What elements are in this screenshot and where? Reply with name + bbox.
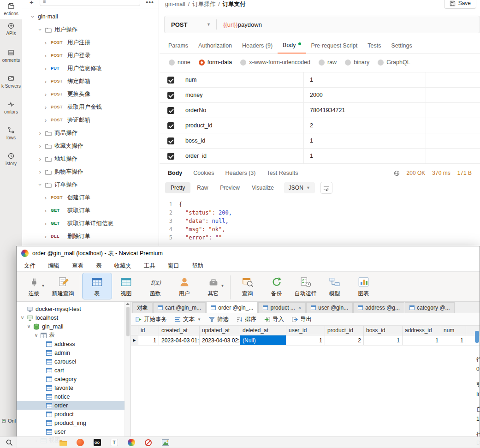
export-button[interactable]: 导出 bbox=[292, 316, 312, 323]
form-description[interactable] bbox=[426, 88, 480, 102]
toolbar-tables[interactable]: 表 bbox=[83, 273, 112, 299]
breadcrumb-folder[interactable]: 订单操作 bbox=[192, 0, 215, 8]
tab-objects[interactable]: 对象 bbox=[132, 302, 153, 313]
tab-pre-request-script[interactable]: Pre-request Script bbox=[306, 40, 363, 54]
format-select[interactable]: JSON▼ bbox=[284, 182, 315, 193]
form-key[interactable]: orderNo bbox=[182, 103, 304, 118]
form-row[interactable]: num1 bbox=[160, 72, 480, 88]
request-item[interactable]: ›POST创建订单 bbox=[22, 191, 159, 204]
menu-file[interactable]: 文件 bbox=[24, 262, 36, 270]
form-key[interactable]: num bbox=[182, 72, 304, 87]
text-view-button[interactable]: 文本▼ bbox=[175, 316, 201, 323]
table-item[interactable]: user bbox=[17, 427, 130, 436]
begin-transaction-button[interactable]: 开始事务 bbox=[136, 316, 167, 323]
form-row[interactable]: order_id1 bbox=[160, 149, 480, 164]
sidebar-item-environments[interactable]: onments bbox=[0, 49, 22, 63]
cell-created-at[interactable]: 2023-04-03 01: bbox=[159, 335, 200, 345]
checkbox-checked-icon[interactable] bbox=[167, 122, 174, 129]
t-app-icon[interactable]: T bbox=[110, 439, 118, 447]
folder-icon[interactable] bbox=[59, 439, 67, 447]
cell-user-id[interactable]: 1 bbox=[286, 335, 325, 345]
column-header[interactable]: boss_id bbox=[364, 326, 403, 335]
table-item[interactable]: address bbox=[17, 340, 130, 348]
toolbar-functions[interactable]: f(x) 函数 bbox=[141, 273, 170, 299]
checkbox-checked-icon[interactable] bbox=[167, 77, 174, 84]
checkbox-checked-icon[interactable] bbox=[167, 92, 174, 99]
form-value[interactable]: 1 bbox=[304, 149, 426, 163]
cell-num[interactable]: 1 bbox=[441, 335, 466, 345]
column-header[interactable]: deleted_at bbox=[240, 326, 286, 335]
table-item[interactable]: carousel bbox=[17, 357, 130, 366]
response-tab-test-results[interactable]: Test Results bbox=[267, 170, 298, 176]
request-item[interactable]: ›GET获取订单详细信息 bbox=[22, 217, 159, 230]
form-description[interactable] bbox=[426, 72, 480, 87]
cell-address-id[interactable]: 1 bbox=[403, 335, 441, 345]
toolbar-query[interactable]: 查询 bbox=[233, 273, 262, 299]
request-item[interactable]: ›POST用户登录 bbox=[22, 49, 159, 62]
column-header[interactable]: created_at bbox=[159, 326, 200, 335]
folder-item[interactable]: ›商品操作 bbox=[22, 126, 159, 139]
form-description[interactable] bbox=[426, 133, 480, 148]
form-value[interactable]: 78041934721 bbox=[304, 103, 426, 118]
checkbox-checked-icon[interactable] bbox=[167, 153, 174, 160]
database-item[interactable]: ∨gin_mall bbox=[17, 322, 130, 331]
grid-scrollbar-thumb[interactable] bbox=[475, 331, 479, 343]
wrap-lines-button[interactable] bbox=[320, 182, 332, 194]
cell-boss-id[interactable]: 1 bbox=[364, 335, 403, 345]
tab-user[interactable]: user @gin... bbox=[306, 302, 353, 313]
request-item[interactable]: ›PUT用户信息修改 bbox=[22, 62, 159, 75]
toolbar-users[interactable]: 用户 bbox=[170, 273, 199, 299]
go-app-icon[interactable]: GO bbox=[93, 439, 101, 447]
form-key[interactable]: money bbox=[182, 88, 304, 102]
column-header[interactable]: user_id bbox=[286, 326, 325, 335]
more-options-icon[interactable]: ••• bbox=[146, 0, 154, 6]
sort-button[interactable]: 排序 bbox=[237, 316, 256, 323]
tables-node[interactable]: ∨表 bbox=[17, 331, 130, 340]
collection-root[interactable]: ›gin-mall bbox=[22, 10, 159, 23]
toolbar-charts[interactable]: 图表 bbox=[349, 273, 378, 299]
sidebar-item-collections[interactable]: ections bbox=[0, 0, 22, 19]
tab-order[interactable]: order @gin_... bbox=[206, 302, 258, 313]
menu-edit[interactable]: 编辑 bbox=[48, 262, 59, 270]
form-row[interactable]: orderNo78041934721 bbox=[160, 103, 480, 118]
form-key[interactable]: boss_id bbox=[182, 133, 304, 148]
form-description[interactable] bbox=[426, 103, 480, 118]
view-visualize[interactable]: Visualize bbox=[246, 182, 279, 193]
image-viewer-icon[interactable] bbox=[161, 439, 169, 447]
column-header[interactable]: address_id bbox=[403, 326, 441, 335]
form-value[interactable]: 1 bbox=[304, 133, 426, 148]
online-status[interactable]: Onl bbox=[2, 418, 16, 424]
tab-address[interactable]: address @g... bbox=[353, 302, 404, 313]
toolbar-connection[interactable]: ▼ 连接 bbox=[19, 273, 48, 299]
tab-settings[interactable]: Settings bbox=[386, 40, 417, 54]
mode-raw[interactable]: raw bbox=[319, 59, 337, 66]
filter-input[interactable]: ≡ bbox=[40, 0, 140, 6]
response-body-code[interactable]: 1{ 2"status":200, 3"data":null, 4"msg":"… bbox=[160, 200, 480, 242]
browser-icon[interactable] bbox=[76, 439, 84, 447]
mode-graphql[interactable]: GraphQL bbox=[378, 59, 410, 66]
new-collection-button[interactable]: + bbox=[30, 0, 34, 6]
mode-none[interactable]: none bbox=[169, 59, 190, 66]
form-row[interactable]: boss_id1 bbox=[160, 133, 480, 149]
url-input[interactable]: {{url}}paydown bbox=[223, 21, 262, 28]
table-item[interactable]: product bbox=[17, 410, 130, 418]
request-item[interactable]: ›POST用户注册 bbox=[22, 36, 159, 49]
sidebar-item-history[interactable]: istory bbox=[0, 152, 22, 166]
toolbar-views[interactable]: 视图 bbox=[112, 273, 141, 299]
table-item[interactable]: cart bbox=[17, 366, 130, 375]
view-pretty[interactable]: Pretty bbox=[165, 182, 190, 193]
filter-button[interactable]: 筛选 bbox=[209, 316, 229, 323]
tab-body[interactable]: Body bbox=[278, 40, 306, 54]
response-tab-body[interactable]: Body bbox=[168, 170, 182, 176]
tree-scrollbar[interactable] bbox=[124, 302, 130, 448]
response-tab-headers[interactable]: Headers (3) bbox=[225, 170, 255, 176]
form-value[interactable]: 2 bbox=[304, 118, 426, 133]
table-item[interactable]: product_img bbox=[17, 418, 130, 427]
scrollbar-thumb[interactable] bbox=[126, 307, 130, 336]
folder-item[interactable]: ›收藏夹操作 bbox=[22, 139, 159, 152]
search-icon[interactable] bbox=[5, 439, 13, 447]
request-item[interactable]: ›GET获取订单 bbox=[22, 204, 159, 217]
folder-item[interactable]: ›订单操作 bbox=[22, 178, 159, 191]
column-header[interactable]: id bbox=[138, 326, 159, 335]
breadcrumb-collection[interactable]: gin-mall bbox=[165, 1, 185, 7]
